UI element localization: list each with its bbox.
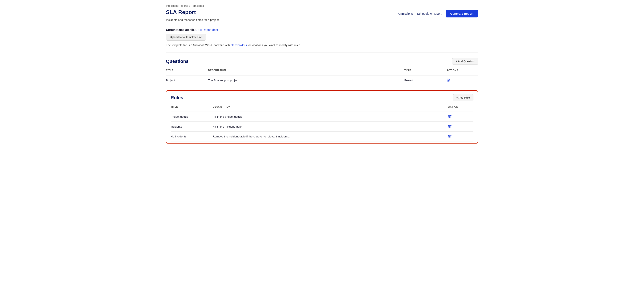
template-file-link[interactable]: SLA Report.docx: [196, 28, 218, 31]
placeholders-link[interactable]: placeholders: [230, 43, 247, 47]
upload-template-button[interactable]: Upload New Template File: [166, 34, 206, 41]
rule-title-cell: Incidents: [170, 125, 213, 128]
delete-question-button[interactable]: [446, 78, 450, 82]
page-subtitle: Incidents and response times for a proje…: [166, 18, 478, 21]
add-question-button[interactable]: + Add Question: [452, 58, 478, 65]
breadcrumb-current: Templates: [191, 4, 204, 7]
permissions-link[interactable]: Permissions: [397, 12, 413, 15]
questions-table: Title Description Type Actions Project T…: [166, 67, 478, 85]
page-title: SLA Report: [166, 9, 196, 15]
rules-section: Rules + Add Rule Title Description Actio…: [166, 90, 478, 144]
question-desc-cell: The SLA support project: [208, 79, 404, 82]
questions-col-type: Type: [404, 67, 446, 74]
trash-icon: [448, 125, 452, 128]
rules-table-header: Title Description Action: [170, 104, 474, 112]
delete-rule-button-1[interactable]: [448, 125, 452, 128]
rule-title-cell: No Incidents: [170, 135, 213, 138]
questions-table-header: Title Description Type Actions: [166, 67, 478, 75]
rules-header: Rules + Add Rule: [170, 94, 474, 101]
rules-col-action: Action: [448, 104, 474, 110]
questions-title: Questions: [166, 59, 189, 64]
template-label-text: Current template file:: [166, 28, 196, 31]
breadcrumb-separator: /: [189, 4, 190, 7]
rule-action-cell: [448, 125, 474, 128]
trash-icon: [448, 135, 452, 138]
table-row: No Incidents Remove the incident table i…: [170, 132, 474, 142]
table-row: Incidents Fill in the incident table: [170, 122, 474, 132]
header-actions: Permissions Schedule A Report Generate R…: [397, 10, 478, 17]
delete-rule-button-0[interactable]: [448, 115, 452, 119]
question-title-cell: Project: [166, 79, 208, 82]
questions-section: Questions + Add Question Title Descripti…: [166, 58, 478, 85]
questions-header: Questions + Add Question: [166, 58, 478, 65]
rules-title: Rules: [170, 95, 183, 100]
question-action-cell: [446, 78, 478, 82]
questions-col-actions: Actions: [446, 67, 478, 74]
page-header: SLA Report Permissions Schedule A Report…: [166, 9, 478, 17]
template-section: Current template file: SLA Report.docx U…: [166, 28, 478, 47]
rule-action-cell: [448, 115, 474, 119]
rules-table: Title Description Action Project details…: [170, 104, 474, 142]
table-row: Project The SLA support project Project: [166, 75, 478, 85]
template-desc-prefix: The template file is a Microsoft Word .d…: [166, 43, 230, 47]
schedule-report-link[interactable]: Schedule A Report: [417, 12, 442, 15]
trash-icon: [446, 78, 450, 82]
breadcrumb: Intelligent Reports / Templates: [166, 4, 478, 7]
rule-desc-cell: Fill in the incident table: [213, 125, 448, 128]
questions-col-description: Description: [208, 67, 404, 74]
rule-desc-cell: Remove the incident table if there were …: [213, 135, 448, 138]
trash-icon: [448, 115, 452, 119]
add-rule-button[interactable]: + Add Rule: [453, 94, 474, 101]
rule-action-cell: [448, 135, 474, 138]
template-desc-suffix: for locations you want to modify with ru…: [247, 43, 301, 47]
rules-col-title: Title: [170, 104, 213, 110]
rule-desc-cell: Fill in the project details: [213, 115, 448, 118]
generate-report-button[interactable]: Generate Report: [446, 10, 478, 17]
template-file-label: Current template file: SLA Report.docx: [166, 28, 478, 31]
rules-col-description: Description: [213, 104, 448, 110]
breadcrumb-parent[interactable]: Intelligent Reports: [166, 4, 188, 7]
question-type-cell: Project: [404, 79, 446, 82]
rule-title-cell: Project details: [170, 115, 213, 118]
table-row: Project details Fill in the project deta…: [170, 112, 474, 122]
delete-rule-button-2[interactable]: [448, 135, 452, 138]
template-description: The template file is a Microsoft Word .d…: [166, 43, 478, 47]
questions-col-title: Title: [166, 67, 208, 74]
